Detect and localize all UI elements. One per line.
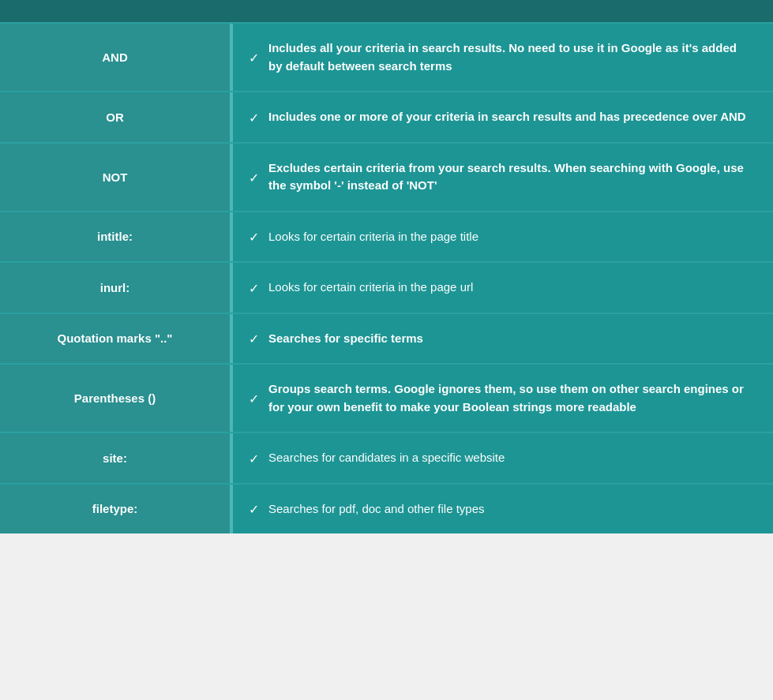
- use-text: Searches for pdf, doc and other file typ…: [268, 500, 485, 518]
- term-cell: Parentheses (): [0, 365, 233, 432]
- term-label: OR: [106, 110, 124, 124]
- use-cell: ✓Searches for pdf, doc and other file ty…: [233, 485, 773, 534]
- checkmark-icon: ✓: [249, 170, 259, 185]
- table-row: NOT✓Excludes certain criteria from your …: [0, 142, 773, 211]
- table-row: inurl:✓Looks for certain criteria in the…: [0, 261, 773, 313]
- term-cell: site:: [0, 433, 233, 483]
- use-cell: ✓Includes one or more of your criteria i…: [233, 92, 773, 142]
- checkmark-icon: ✓: [249, 391, 259, 406]
- term-label: filetype:: [92, 502, 138, 515]
- term-cell: AND: [0, 24, 233, 91]
- checkmark-icon: ✓: [249, 51, 259, 66]
- use-text: Includes one or more of your criteria in…: [268, 108, 746, 126]
- term-label: AND: [102, 51, 128, 64]
- table-row: site:✓Searches for candidates in a speci…: [0, 432, 773, 483]
- term-cell: NOT: [0, 144, 233, 211]
- term-label: inurl:: [100, 281, 130, 294]
- checkmark-icon: ✓: [249, 110, 259, 125]
- term-cell: OR: [0, 92, 233, 142]
- use-text: Groups search terms. Google ignores them…: [268, 380, 753, 416]
- table-body: AND✓Includes all your criteria in search…: [0, 22, 773, 533]
- term-label: site:: [103, 451, 127, 465]
- use-text: Looks for certain criteria in the page u…: [268, 279, 473, 297]
- use-text: Looks for certain criteria in the page t…: [268, 228, 478, 246]
- table-row: OR✓Includes one or more of your criteria…: [0, 91, 773, 142]
- use-cell: ✓Searches for specific terms: [233, 314, 773, 364]
- checkmark-icon: ✓: [249, 331, 259, 346]
- checkmark-icon: ✓: [249, 502, 259, 517]
- term-label: Quotation marks ".."​: [58, 331, 173, 345]
- use-text: Searches for candidates in a specific we…: [268, 449, 505, 467]
- checkmark-icon: ✓: [249, 230, 259, 245]
- use-text: Includes all your criteria in search res…: [268, 39, 753, 75]
- table-header: [0, 0, 773, 22]
- use-cell: ✓Includes all your criteria in search re…: [233, 24, 773, 91]
- table-row: Quotation marks ".."​✓Searches for speci…: [0, 313, 773, 364]
- boolean-table: AND✓Includes all your criteria in search…: [0, 0, 773, 533]
- table-row: filetype:✓Searches for pdf, doc and othe…: [0, 483, 773, 534]
- term-cell: filetype:: [0, 485, 233, 534]
- checkmark-icon: ✓: [249, 281, 259, 296]
- term-label: Parentheses (): [74, 391, 156, 405]
- table-row: AND✓Includes all your criteria in search…: [0, 22, 773, 91]
- term-cell: inurl:: [0, 263, 233, 313]
- term-cell: intitle:: [0, 212, 233, 262]
- use-text: Excludes certain criteria from your sear…: [268, 159, 753, 195]
- term-cell: Quotation marks ".."​: [0, 314, 233, 364]
- term-label: intitle:: [97, 230, 133, 243]
- term-label: NOT: [103, 170, 128, 184]
- use-cell: ✓Excludes certain criteria from your sea…: [233, 144, 773, 211]
- table-row: Parentheses ()✓Groups search terms. Goog…: [0, 363, 773, 432]
- use-cell: ✓Looks for certain criteria in the page …: [233, 263, 773, 313]
- use-cell: ✓Groups search terms. Google ignores the…: [233, 365, 773, 432]
- table-row: intitle:✓Looks for certain criteria in t…: [0, 211, 773, 262]
- use-cell: ✓Searches for candidates in a specific w…: [233, 433, 773, 483]
- use-cell: ✓Looks for certain criteria in the page …: [233, 212, 773, 262]
- checkmark-icon: ✓: [249, 451, 259, 466]
- use-text: Searches for specific terms: [268, 330, 423, 348]
